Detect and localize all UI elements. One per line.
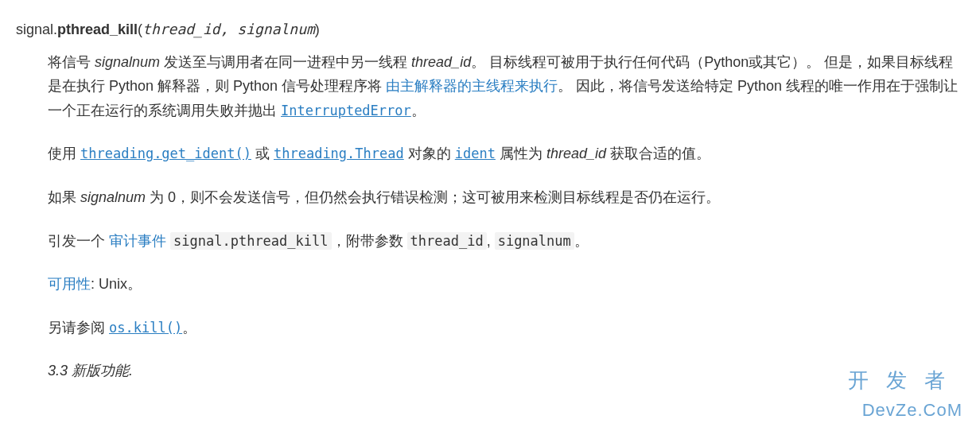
- text: 引发一个: [48, 233, 109, 249]
- availability-link[interactable]: 可用性: [48, 276, 91, 292]
- text: ，附带参数: [332, 233, 407, 249]
- text: 将信号: [48, 54, 95, 70]
- text: 如果: [48, 189, 80, 205]
- param-ref: thread_id: [546, 146, 606, 161]
- main-interpreter-link[interactable]: 由主解释器的主线程来执行: [386, 78, 558, 94]
- param-ref: thread_id: [411, 54, 471, 70]
- os-kill-link[interactable]: os.kill(): [109, 320, 182, 336]
- audit-arg-1: thread_id: [407, 232, 487, 250]
- text: : Unix。: [91, 276, 142, 292]
- threading-get-ident-link[interactable]: threading.get_ident(): [80, 146, 251, 161]
- text: 另请参阅: [48, 320, 109, 336]
- audit-event-link[interactable]: 审计事件: [109, 233, 166, 249]
- sig-param-2: signalnum: [237, 21, 315, 37]
- text: 为 0，则不会发送信号，但仍然会执行错误检测；这可被用来检测目标线程是否仍在运行…: [146, 189, 720, 205]
- threading-thread-link[interactable]: threading.Thread: [274, 146, 404, 161]
- text: 对象的: [404, 146, 455, 161]
- para-6-seealso: 另请参阅 os.kill()。: [48, 316, 962, 340]
- text: 。: [411, 103, 426, 118]
- text: 或: [251, 146, 274, 161]
- ident-attr-link[interactable]: ident: [455, 146, 496, 161]
- sig-close-paren: ): [315, 21, 320, 37]
- text: ,: [487, 233, 495, 249]
- sig-funcname: pthread_kill: [57, 21, 138, 37]
- watermark-bottom: DevZe.CoM: [830, 395, 962, 407]
- sig-param-sep: ,: [220, 21, 238, 37]
- param-ref: signalnum: [95, 54, 160, 70]
- text: 获取合适的值。: [606, 146, 710, 161]
- interruptederror-link[interactable]: InterruptedError: [281, 103, 411, 118]
- param-ref: signalnum: [80, 189, 146, 205]
- description-block: 将信号 signalnum 发送至与调用者在同一进程中另一线程 thread_i…: [16, 50, 962, 383]
- para-1: 将信号 signalnum 发送至与调用者在同一进程中另一线程 thread_i…: [48, 50, 962, 123]
- sig-param-1: thread_id: [142, 21, 220, 37]
- text: 。: [182, 320, 196, 336]
- text: 使用: [48, 146, 80, 161]
- para-5-availability: 可用性: Unix。: [48, 272, 962, 297]
- para-3: 如果 signalnum 为 0，则不会发送信号，但仍然会执行错误检测；这可被用…: [48, 185, 962, 210]
- text: 属性为: [496, 146, 546, 161]
- sig-module: signal.: [16, 21, 57, 37]
- function-signature: signal.pthread_kill(thread_id, signalnum…: [16, 17, 962, 42]
- text: 发送至与调用者在同一进程中另一线程: [160, 54, 411, 70]
- version-added: 3.3 新版功能.: [48, 359, 962, 383]
- audit-event-name: signal.pthread_kill: [170, 232, 331, 250]
- audit-arg-2: signalnum: [495, 232, 574, 250]
- text: 。: [574, 233, 589, 249]
- para-2: 使用 threading.get_ident() 或 threading.Thr…: [48, 142, 962, 166]
- para-4: 引发一个 审计事件 signal.pthread_kill，附带参数 threa…: [48, 229, 962, 254]
